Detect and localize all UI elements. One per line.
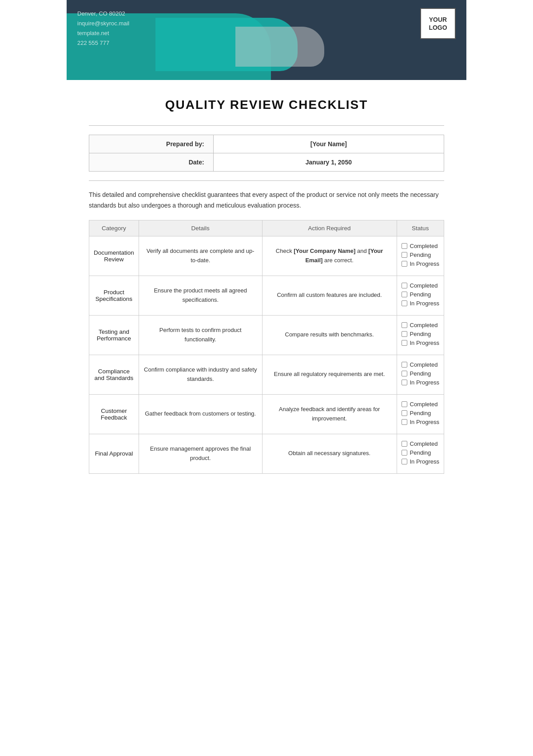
status-label: In Progress [410,379,439,386]
list-item[interactable]: In Progress [402,260,440,267]
status-label: Completed [410,401,438,408]
list-item[interactable]: In Progress [402,419,440,425]
checkbox-icon[interactable] [402,322,407,328]
checkbox-icon[interactable] [402,340,407,346]
checkbox-icon[interactable] [402,459,407,464]
checkbox-icon[interactable] [402,252,407,258]
status-cell: CompletedPendingIn Progress [397,394,444,434]
checkbox-icon[interactable] [402,283,407,288]
checkbox-icon[interactable] [402,419,407,425]
list-item[interactable]: Pending [402,252,440,258]
list-item[interactable]: In Progress [402,379,440,386]
action-cell: Check [Your Company Name] and [Your Emai… [262,236,397,276]
category-cell: Testing and Performance [89,315,139,355]
checkbox-icon[interactable] [402,450,407,456]
date-label: Date: [89,153,214,172]
details-cell: Ensure the product meets all agreed spec… [139,276,262,315]
table-row: Customer FeedbackGather feedback from cu… [89,394,444,434]
prepared-by-row: Prepared by: [Your Name] [89,135,444,153]
website: template.net [77,28,129,38]
list-item[interactable]: In Progress [402,458,440,465]
checklist-table: Category Details Action Required Status … [89,220,444,474]
action-cell: Analyze feedback and identify areas for … [262,394,397,434]
action-cell: Ensure all regulatory requirements are m… [262,355,397,394]
status-label: In Progress [410,260,439,267]
checkbox-icon[interactable] [402,243,407,249]
list-item[interactable]: Pending [402,410,440,416]
checkbox-icon[interactable] [402,380,407,385]
col-header-category: Category [89,220,139,236]
list-item[interactable]: In Progress [402,300,440,307]
col-header-details: Details [139,220,262,236]
status-cell: CompletedPendingIn Progress [397,276,444,315]
checkbox-icon[interactable] [402,292,407,297]
status-cell: CompletedPendingIn Progress [397,315,444,355]
status-label: Pending [410,449,431,456]
checkbox-icon[interactable] [402,401,407,407]
phone: 222 555 777 [77,38,129,48]
status-label: Pending [410,252,431,258]
category-cell: Compliance and Standards [89,355,139,394]
list-item[interactable]: Completed [402,282,440,289]
table-row: Documentation ReviewVerify all documents… [89,236,444,276]
list-item[interactable]: In Progress [402,340,440,346]
date-row: Date: January 1, 2050 [89,153,444,172]
status-label: Pending [410,370,431,377]
status-label: In Progress [410,419,439,425]
page-header: Denver, CO 80202 inquire@skyroc.mail tem… [67,0,466,80]
status-cell: CompletedPendingIn Progress [397,434,444,473]
list-item[interactable]: Pending [402,449,440,456]
prepared-by-label: Prepared by: [89,135,214,153]
divider-1 [89,125,444,126]
details-cell: Confirm compliance with industry and saf… [139,355,262,394]
prepared-by-value: [Your Name] [213,135,444,153]
details-cell: Perform tests to confirm product functio… [139,315,262,355]
list-item[interactable]: Completed [402,361,440,368]
status-label: In Progress [410,340,439,346]
checkbox-icon[interactable] [402,261,407,267]
action-cell: Obtain all necessary signatures. [262,434,397,473]
list-item[interactable]: Pending [402,370,440,377]
category-cell: Documentation Review [89,236,139,276]
table-header-row: Category Details Action Required Status [89,220,444,236]
wave-3 [235,27,324,67]
col-header-status: Status [397,220,444,236]
list-item[interactable]: Completed [402,401,440,408]
list-item[interactable]: Pending [402,291,440,298]
list-item[interactable]: Completed [402,243,440,249]
details-cell: Verify all documents are complete and up… [139,236,262,276]
status-cell: CompletedPendingIn Progress [397,236,444,276]
status-cell: CompletedPendingIn Progress [397,355,444,394]
list-item[interactable]: Pending [402,331,440,337]
checkbox-icon[interactable] [402,441,407,447]
list-item[interactable]: Completed [402,322,440,328]
category-cell: Final Approval [89,434,139,473]
status-label: Pending [410,410,431,416]
status-label: Pending [410,331,431,337]
contact-info: Denver, CO 80202 inquire@skyroc.mail tem… [77,9,129,48]
table-row: Product SpecificationsEnsure the product… [89,276,444,315]
company-logo: YOURLOGO [420,8,456,39]
action-cell: Confirm all custom features are included… [262,276,397,315]
table-row: Final ApprovalEnsure management approves… [89,434,444,473]
checkbox-icon[interactable] [402,300,407,306]
status-label: Completed [410,440,438,447]
status-label: Pending [410,291,431,298]
category-cell: Customer Feedback [89,394,139,434]
status-label: In Progress [410,300,439,307]
checkbox-icon[interactable] [402,410,407,416]
checkbox-icon[interactable] [402,331,407,337]
action-cell: Compare results with benchmarks. [262,315,397,355]
details-cell: Ensure management approves the final pro… [139,434,262,473]
list-item[interactable]: Completed [402,440,440,447]
status-label: Completed [410,282,438,289]
date-value: January 1, 2050 [213,153,444,172]
details-cell: Gather feedback from customers or testin… [139,394,262,434]
checkbox-icon[interactable] [402,362,407,368]
main-content: QUALITY REVIEW CHECKLIST Prepared by: [Y… [67,80,466,500]
checkbox-icon[interactable] [402,371,407,376]
status-label: Completed [410,361,438,368]
status-label: In Progress [410,458,439,465]
table-row: Compliance and StandardsConfirm complian… [89,355,444,394]
col-header-action: Action Required [262,220,397,236]
